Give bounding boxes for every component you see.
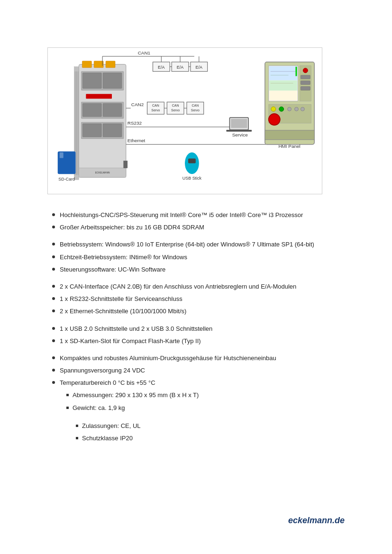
bullet-item-2: Großer Arbeitsspeicher: bis zu 16 GB DDR…	[52, 223, 337, 232]
svg-point-83	[185, 153, 199, 174]
diagram-container: ECKELMANN CAN1 E/A E/A E/A	[47, 47, 322, 194]
bullet-item-4: Echtzeit-Betriebssystem: INtime® for Win…	[52, 253, 337, 262]
svg-rect-13	[103, 124, 122, 137]
svg-rect-8	[81, 102, 123, 118]
svg-rect-67	[301, 75, 310, 79]
bullet-item-9: 1 x USB 2.0 Schnittstelle und 2 x USB 3.…	[52, 325, 337, 333]
bullet-text-13: Temperaturbereich 0 °C bis +55 °C	[60, 379, 155, 387]
svg-point-75	[301, 107, 304, 111]
svg-rect-7	[86, 94, 112, 99]
svg-point-73	[288, 107, 292, 111]
svg-rect-29	[172, 62, 189, 72]
bullet-text-12: Spannungsversorgung 24 VDC	[60, 366, 145, 375]
bullet-text-9: 1 x USB 2.0 Schnittstelle und 2 x USB 3.…	[60, 325, 212, 333]
svg-text:CAN: CAN	[192, 104, 199, 107]
bullet-text-2: Großer Arbeitsspeicher: bis zu 16 GB DDR…	[60, 223, 204, 232]
svg-rect-68	[301, 81, 310, 85]
svg-point-71	[271, 107, 276, 111]
svg-text:E/A: E/A	[158, 65, 164, 70]
bullet-text-6: 2 x CAN-Interface (CAN 2.0B) für den Ans…	[60, 282, 296, 291]
bullet-text-10: 1 x SD-Karten-Slot für Compact Flash-Kar…	[60, 337, 201, 345]
sub-bullet-text-2: Gewicht: ca. 1,9 kg	[73, 404, 125, 412]
sub-bullet-dot-2	[66, 407, 69, 409]
bullet-text-1: Hochleistungs-CNC/SPS-Steuerung mit Inte…	[60, 211, 303, 219]
svg-rect-79	[58, 152, 76, 174]
bullet-text-4: Echtzeit-Betriebssystem: INtime® for Win…	[60, 253, 187, 262]
svg-rect-3	[106, 61, 115, 68]
bullet-text-8: 2 x Ethernet-Schnittstelle (10/100/1000 …	[60, 307, 186, 316]
bullet-item-3: Betriebssystem: Windows® 10 IoT Enterpri…	[52, 240, 337, 249]
svg-point-66	[303, 68, 308, 73]
svg-text:Servo: Servo	[171, 109, 180, 112]
bullet-item-6: 2 x CAN-Interface (CAN 2.0B) für den Ans…	[52, 282, 337, 291]
svg-text:ECKELMANN: ECKELMANN	[95, 172, 110, 174]
svg-text:CAN: CAN	[152, 104, 159, 107]
bullet-section: Hochleistungs-CNC/SPS-Steuerung mit Inte…	[52, 211, 337, 446]
svg-text:USB Stick: USB Stick	[182, 176, 202, 181]
svg-rect-77	[265, 130, 314, 140]
sub-bullet-2: Gewicht: ca. 1,9 kg	[66, 404, 337, 412]
svg-rect-49	[229, 118, 248, 130]
bullet-text-5: Steuerungssoftware: UC-Win Software	[60, 265, 165, 274]
svg-rect-6	[103, 73, 122, 89]
svg-rect-57	[269, 66, 298, 101]
svg-rect-10	[103, 103, 122, 117]
svg-text:E/A: E/A	[177, 65, 183, 70]
svg-rect-12	[82, 124, 101, 137]
svg-rect-5	[82, 73, 101, 89]
bullet-text-3: Betriebssystem: Windows® 10 IoT Enterpri…	[60, 240, 314, 249]
bullet-dot-5	[52, 268, 55, 271]
bullet-item-11: Kompaktes und robustes Aluminium-Druckgu…	[52, 354, 337, 363]
sub2-bullet-dot-1	[76, 425, 78, 427]
svg-rect-44	[187, 102, 204, 114]
svg-rect-56	[265, 62, 314, 145]
sub-bullet-dot-1	[66, 394, 69, 396]
svg-rect-16	[74, 67, 79, 180]
svg-rect-59	[269, 81, 298, 91]
bullet-dot-4	[52, 255, 55, 258]
svg-text:CAN: CAN	[172, 104, 179, 107]
bullet-text-7: 1 x RS232-Schnittstelle für Serviceansch…	[60, 295, 182, 303]
bullet-item-12: Spannungsversorgung 24 VDC	[52, 366, 337, 375]
bullet-dot-12	[52, 369, 55, 372]
bullet-item-10: 1 x SD-Karten-Slot für Compact Flash-Kar…	[52, 337, 337, 345]
svg-rect-26	[153, 62, 170, 72]
svg-rect-36	[147, 102, 164, 114]
svg-point-72	[279, 107, 284, 111]
bullet-item-1: Hochleistungs-CNC/SPS-Steuerung mit Inte…	[52, 211, 337, 219]
svg-rect-9	[82, 103, 101, 117]
svg-text:CAN2: CAN2	[131, 102, 144, 107]
svg-rect-50	[231, 119, 247, 128]
bullet-dot-10	[52, 339, 55, 342]
footer: eckelmann.de	[288, 516, 345, 526]
svg-rect-4	[81, 72, 123, 91]
page: ECKELMANN CAN1 E/A E/A E/A	[0, 0, 392, 554]
svg-rect-1	[82, 61, 91, 68]
sub2-bullet-text-1: Zulassungen: CE, UL	[82, 422, 141, 430]
svg-rect-40	[167, 102, 184, 114]
svg-text:RS232: RS232	[128, 120, 142, 126]
sub-bullet-1: Abmessungen: 290 x 130 x 95 mm (B x H x …	[66, 391, 337, 400]
bullet-dot-13	[52, 381, 55, 384]
svg-text:Servo: Servo	[191, 109, 200, 112]
bullet-dot-6	[52, 285, 55, 288]
svg-text:HMI Panel: HMI Panel	[278, 144, 300, 149]
svg-rect-14	[79, 168, 126, 177]
sub2-bullet-2: Schutzklasse IP20	[76, 434, 337, 443]
svg-rect-69	[301, 86, 310, 90]
bullet-dot-7	[52, 297, 55, 300]
bullet-item-5: Steuerungssoftware: UC-Win Software	[52, 265, 337, 274]
bullet-dot-3	[52, 243, 55, 245]
svg-rect-70	[269, 104, 311, 123]
svg-text:CAN1: CAN1	[138, 50, 151, 55]
svg-text:E/A: E/A	[196, 65, 202, 70]
svg-rect-32	[191, 62, 208, 72]
footer-logo: eckelmann.de	[288, 516, 345, 525]
svg-point-74	[294, 107, 298, 111]
bullet-item-7: 1 x RS232-Schnittstelle für Serviceansch…	[52, 295, 337, 303]
bullet-dot-11	[52, 356, 55, 359]
svg-text:Ethernet: Ethernet	[128, 138, 146, 143]
svg-text:Servo: Servo	[151, 109, 160, 112]
sub2-bullet-text-2: Schutzklasse IP20	[82, 434, 133, 443]
bullet-dot-8	[52, 309, 55, 312]
